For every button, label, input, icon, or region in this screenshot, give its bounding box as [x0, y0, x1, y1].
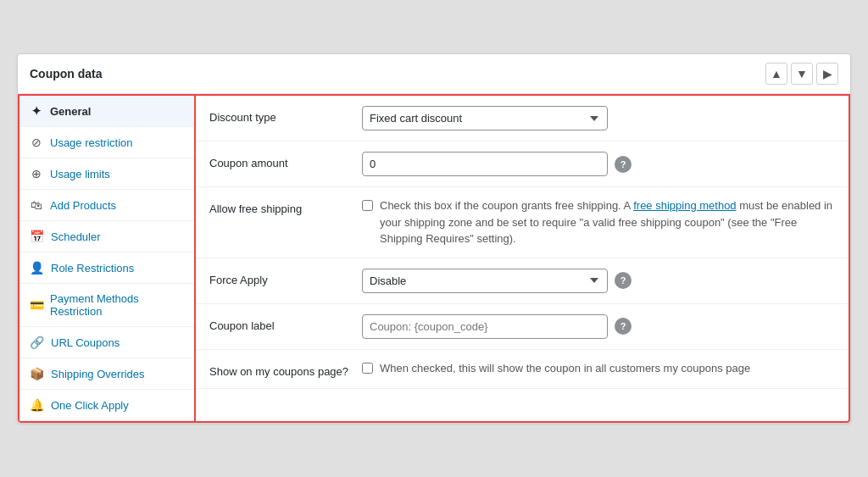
sidebar-label-add-products: Add Products: [50, 199, 116, 212]
show-on-coupons-checkbox[interactable]: [362, 363, 373, 374]
header-controls: ▲ ▼ ▶: [765, 63, 838, 85]
sidebar-item-general[interactable]: ✦ General: [19, 96, 194, 127]
panel-title: Coupon data: [30, 67, 103, 80]
sidebar-item-add-products[interactable]: 🛍 Add Products: [19, 190, 194, 221]
sidebar-item-shipping-overrides[interactable]: 📦 Shipping Overrides: [19, 358, 194, 390]
coupon-amount-help-icon[interactable]: ?: [615, 156, 632, 173]
allow-free-shipping-description: Check this box if the coupon grants free…: [380, 197, 835, 247]
sidebar-label-usage-restriction: Usage restriction: [50, 136, 133, 149]
allow-free-shipping-label: Allow free shipping: [209, 197, 362, 215]
panel-header: Coupon data ▲ ▼ ▶: [18, 54, 850, 94]
sidebar-label-scheduler: Scheduler: [51, 230, 101, 243]
sidebar-item-scheduler[interactable]: 📅 Scheduler: [19, 221, 194, 252]
general-icon: ✦: [30, 104, 43, 118]
coupon-label-input[interactable]: [362, 314, 608, 339]
force-apply-help-icon[interactable]: ?: [615, 272, 632, 289]
sidebar-label-usage-limits: Usage limits: [50, 168, 110, 180]
show-on-coupons-control: When checked, this will show the coupon …: [362, 360, 835, 377]
force-apply-label: Force Apply: [209, 269, 362, 286]
sidebar-item-usage-restriction[interactable]: ⊘ Usage restriction: [19, 127, 194, 158]
payment-methods-icon: 💳: [30, 298, 43, 312]
coupon-amount-label: Coupon amount: [209, 152, 362, 169]
sidebar-label-url-coupons: URL Coupons: [51, 336, 120, 349]
coupon-label-label: Coupon label: [209, 314, 362, 332]
coupon-amount-row: Coupon amount ?: [196, 141, 849, 187]
sidebar-item-role-restrictions[interactable]: 👤 Role Restrictions: [19, 252, 194, 284]
role-restrictions-icon: 👤: [30, 261, 44, 275]
main-content: Discount type Percentage discount Fixed …: [196, 94, 850, 423]
usage-restriction-icon: ⊘: [30, 136, 43, 149]
sidebar-label-role-restrictions: Role Restrictions: [51, 262, 134, 275]
collapse-up-button[interactable]: ▲: [765, 63, 787, 85]
show-on-coupons-label: Show on my coupons page?: [209, 360, 362, 378]
sidebar-item-one-click-apply[interactable]: 🔔 One Click Apply: [19, 390, 194, 421]
panel-body: ✦ General ⊘ Usage restriction ⊕ Usage li…: [18, 94, 850, 423]
scheduler-icon: 📅: [30, 230, 44, 243]
add-products-icon: 🛍: [30, 198, 43, 212]
url-coupons-icon: 🔗: [30, 336, 44, 349]
allow-free-shipping-control: Check this box if the coupon grants free…: [362, 197, 835, 247]
discount-type-select[interactable]: Percentage discount Fixed cart discount …: [362, 106, 608, 130]
show-on-coupons-row: Show on my coupons page? When checked, t…: [196, 350, 849, 389]
shipping-overrides-icon: 📦: [30, 367, 44, 380]
sidebar-label-one-click-apply: One Click Apply: [51, 399, 129, 412]
force-apply-row: Force Apply Disable Enable ?: [196, 258, 849, 304]
force-apply-select[interactable]: Disable Enable: [362, 269, 608, 293]
allow-free-shipping-checkbox[interactable]: [362, 200, 373, 211]
sidebar-item-payment-methods[interactable]: 💳 Payment Methods Restriction: [19, 284, 194, 327]
sidebar-item-url-coupons[interactable]: 🔗 URL Coupons: [19, 327, 194, 358]
coupon-amount-input[interactable]: [362, 152, 608, 176]
coupon-amount-control: ?: [362, 152, 835, 176]
allow-free-shipping-row: Allow free shipping Check this box if th…: [196, 187, 849, 258]
discount-type-label: Discount type: [209, 106, 362, 124]
discount-type-row: Discount type Percentage discount Fixed …: [196, 96, 849, 141]
sidebar-item-usage-limits[interactable]: ⊕ Usage limits: [19, 158, 194, 190]
show-on-coupons-checkbox-row: When checked, this will show the coupon …: [362, 360, 750, 377]
usage-limits-icon: ⊕: [30, 167, 43, 180]
sidebar-label-general: General: [50, 105, 91, 118]
show-on-coupons-description: When checked, this will show the coupon …: [380, 360, 750, 377]
allow-free-shipping-checkbox-row: Check this box if the coupon grants free…: [362, 197, 835, 247]
force-apply-control: Disable Enable ?: [362, 269, 835, 293]
one-click-apply-icon: 🔔: [30, 398, 44, 412]
coupon-label-help-icon[interactable]: ?: [615, 318, 632, 335]
coupon-label-row: Coupon label ?: [196, 304, 849, 350]
sidebar: ✦ General ⊘ Usage restriction ⊕ Usage li…: [18, 94, 196, 423]
collapse-down-button[interactable]: ▼: [791, 63, 813, 85]
free-shipping-method-link[interactable]: free shipping method: [633, 199, 736, 212]
discount-type-control: Percentage discount Fixed cart discount …: [362, 106, 835, 130]
coupon-label-control: ?: [362, 314, 835, 339]
coupon-data-panel: Coupon data ▲ ▼ ▶ ✦ General ⊘ Usage rest…: [17, 53, 851, 424]
collapse-button[interactable]: ▶: [816, 63, 838, 85]
sidebar-label-shipping-overrides: Shipping Overrides: [51, 368, 145, 380]
sidebar-label-payment-methods: Payment Methods Restriction: [50, 292, 184, 318]
